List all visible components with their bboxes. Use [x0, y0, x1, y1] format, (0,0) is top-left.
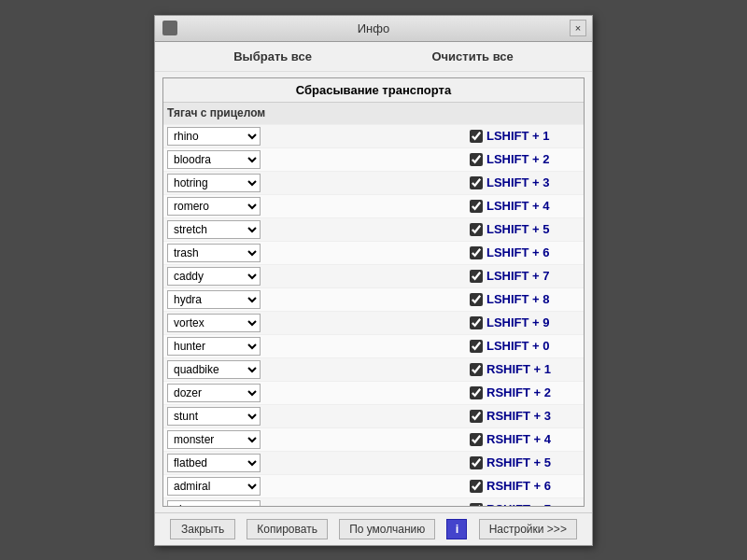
- key-label: LSHIFT + 6: [486, 245, 580, 259]
- key-label: RSHIFT + 3: [486, 409, 580, 423]
- key-checkbox[interactable]: [470, 363, 483, 376]
- key-label: RSHIFT + 1: [486, 362, 580, 376]
- vehicle-select[interactable]: slamvan: [167, 500, 261, 506]
- key-binding: RSHIFT + 7: [470, 502, 580, 506]
- window-title: Инфо: [358, 21, 389, 35]
- list-row: admiralRSHIFT + 6: [163, 475, 584, 498]
- list-row: stretchLSHIFT + 5: [163, 218, 584, 242]
- key-label: LSHIFT + 9: [486, 315, 580, 329]
- key-label: LSHIFT + 8: [486, 292, 580, 306]
- vehicle-select[interactable]: stunt: [167, 407, 261, 426]
- key-label: RSHIFT + 2: [486, 385, 580, 399]
- key-binding: LSHIFT + 1: [470, 129, 580, 143]
- key-label: LSHIFT + 4: [486, 199, 580, 213]
- key-checkbox[interactable]: [470, 270, 483, 283]
- key-label: LSHIFT + 1: [486, 129, 580, 143]
- vehicle-select[interactable]: vortex: [167, 314, 261, 332]
- key-binding: LSHIFT + 3: [470, 175, 580, 189]
- vehicle-select[interactable]: romero: [167, 197, 261, 216]
- vehicle-select[interactable]: hydra: [167, 290, 261, 309]
- key-binding: LSHIFT + 8: [470, 292, 580, 306]
- key-label: LSHIFT + 3: [486, 175, 580, 189]
- key-binding: LSHIFT + 6: [470, 245, 580, 259]
- key-binding: LSHIFT + 4: [470, 199, 580, 213]
- list-row: hydraLSHIFT + 8: [163, 288, 584, 312]
- vehicle-select[interactable]: quadbike: [167, 360, 261, 379]
- list-row: trashLSHIFT + 6: [163, 242, 584, 265]
- key-binding: RSHIFT + 5: [470, 455, 580, 469]
- window-icon: [162, 21, 177, 35]
- vehicle-select[interactable]: admiral: [167, 477, 261, 496]
- settings-button[interactable]: Настройки >>>: [479, 519, 577, 539]
- list-row: stuntRSHIFT + 3: [163, 405, 584, 428]
- key-checkbox[interactable]: [470, 293, 483, 306]
- vehicle-select[interactable]: flatbed: [167, 454, 261, 472]
- close-bottom-button[interactable]: Закрыть: [170, 519, 235, 539]
- list-row: slamvanRSHIFT + 7: [163, 498, 584, 506]
- list-scroll-area[interactable]: Тягач с прицеломrhinoLSHIFT + 1bloodraLS…: [163, 103, 584, 506]
- list-row: vortexLSHIFT + 9: [163, 312, 584, 335]
- key-binding: LSHIFT + 2: [470, 152, 580, 166]
- vehicle-header-label: Тягач с прицелом: [167, 106, 265, 119]
- list-row: bloodraLSHIFT + 2: [163, 148, 584, 172]
- vehicle-select[interactable]: stretch: [167, 220, 261, 239]
- key-checkbox[interactable]: [470, 153, 483, 166]
- key-label: LSHIFT + 0: [486, 339, 580, 353]
- list-row: rhinoLSHIFT + 1: [163, 125, 584, 148]
- info-button[interactable]: i: [446, 519, 467, 539]
- list-row: caddyLSHIFT + 7: [163, 265, 584, 288]
- vehicle-list-container: Сбрасывание транспорта Тягач с прицеломr…: [162, 77, 585, 507]
- content-area: Сбрасывание транспорта Тягач с прицеломr…: [155, 72, 592, 512]
- key-checkbox[interactable]: [470, 386, 483, 399]
- key-label: RSHIFT + 7: [486, 502, 580, 506]
- key-binding: RSHIFT + 1: [470, 362, 580, 376]
- key-label: LSHIFT + 5: [486, 222, 580, 236]
- key-binding: LSHIFT + 7: [470, 269, 580, 283]
- vehicle-select[interactable]: caddy: [167, 267, 261, 286]
- title-bar: Инфо ×: [155, 16, 592, 42]
- key-checkbox[interactable]: [470, 410, 483, 423]
- key-binding: LSHIFT + 5: [470, 222, 580, 236]
- vehicle-select[interactable]: hunter: [167, 337, 261, 356]
- main-window: Инфо × Выбрать все Очистить все Сбрасыва…: [154, 15, 593, 546]
- default-button[interactable]: По умолчанию: [339, 519, 435, 539]
- key-binding: RSHIFT + 4: [470, 432, 580, 446]
- key-binding: RSHIFT + 3: [470, 409, 580, 423]
- vehicle-select[interactable]: hotring: [167, 174, 261, 192]
- list-row-header: Тягач с прицелом: [163, 103, 584, 125]
- toolbar: Выбрать все Очистить все: [155, 42, 592, 72]
- key-checkbox[interactable]: [470, 130, 483, 143]
- vehicle-select[interactable]: bloodra: [167, 150, 261, 169]
- key-label: LSHIFT + 7: [486, 269, 580, 283]
- key-label: RSHIFT + 4: [486, 432, 580, 446]
- key-checkbox[interactable]: [470, 246, 483, 259]
- key-checkbox[interactable]: [470, 340, 483, 353]
- list-row: dozerRSHIFT + 2: [163, 382, 584, 405]
- vehicle-select[interactable]: monster: [167, 430, 261, 449]
- list-row: quadbikeRSHIFT + 1: [163, 358, 584, 382]
- list-row: monsterRSHIFT + 4: [163, 428, 584, 452]
- vehicle-select[interactable]: dozer: [167, 384, 261, 402]
- list-header: Сбрасывание транспорта: [163, 78, 584, 103]
- vehicle-select[interactable]: rhino: [167, 127, 261, 146]
- clear-all-button[interactable]: Очистить все: [424, 48, 520, 65]
- key-binding: RSHIFT + 2: [470, 385, 580, 399]
- key-checkbox[interactable]: [470, 316, 483, 329]
- key-checkbox[interactable]: [470, 223, 483, 236]
- key-checkbox[interactable]: [470, 433, 483, 446]
- key-checkbox[interactable]: [470, 480, 483, 493]
- key-checkbox[interactable]: [470, 456, 483, 469]
- key-label: LSHIFT + 2: [486, 152, 580, 166]
- select-all-button[interactable]: Выбрать все: [226, 48, 319, 65]
- list-row: romeroLSHIFT + 4: [163, 195, 584, 218]
- close-button[interactable]: ×: [570, 20, 586, 36]
- vehicle-select[interactable]: trash: [167, 244, 261, 262]
- copy-button[interactable]: Копировать: [247, 519, 328, 539]
- key-checkbox[interactable]: [470, 503, 483, 506]
- list-row: hotringLSHIFT + 3: [163, 172, 584, 195]
- key-checkbox[interactable]: [470, 176, 483, 189]
- key-label: RSHIFT + 5: [486, 455, 580, 469]
- key-checkbox[interactable]: [470, 200, 483, 213]
- list-row: hunterLSHIFT + 0: [163, 335, 584, 358]
- key-binding: RSHIFT + 6: [470, 479, 580, 493]
